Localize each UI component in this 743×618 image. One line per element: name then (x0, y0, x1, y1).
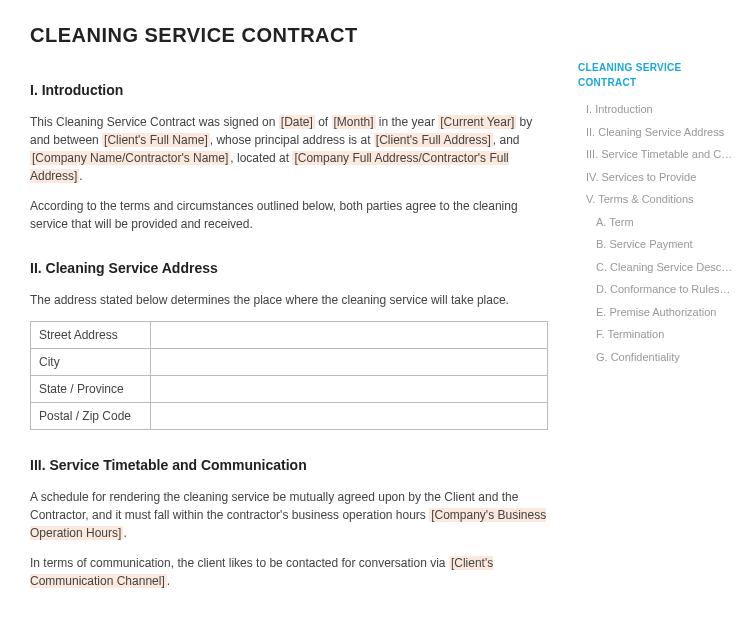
section-heading-intro: I. Introduction (30, 80, 548, 101)
table-cell-value[interactable] (151, 376, 548, 403)
toc-item[interactable]: IV. Services to Provide (578, 166, 733, 189)
toc-item[interactable]: G. Confidentiality (578, 346, 733, 369)
text: in the year (376, 115, 439, 129)
table-row: State / Province (31, 376, 548, 403)
placeholder-date[interactable]: [Date] (279, 115, 315, 129)
toc-sidebar: CLEANING SERVICE CONTRACT I. Introductio… (568, 0, 743, 618)
address-table: Street Address City State / Province Pos… (30, 321, 548, 430)
document-page: CLEANING SERVICE CONTRACT I. Introductio… (0, 0, 743, 618)
placeholder-client-address[interactable]: [Client's Full Address] (374, 133, 493, 147)
table-cell-value[interactable] (151, 403, 548, 430)
toc-item[interactable]: II. Cleaning Service Address (578, 121, 733, 144)
placeholder-client-name[interactable]: [Client's Full Name] (102, 133, 210, 147)
text: . (167, 574, 170, 588)
page-title: CLEANING SERVICE CONTRACT (30, 20, 548, 50)
section-heading-address: II. Cleaning Service Address (30, 258, 548, 279)
text: This Cleaning Service Contract was signe… (30, 115, 279, 129)
table-row: Postal / Zip Code (31, 403, 548, 430)
toc-item[interactable]: V. Terms & Conditions (578, 188, 733, 211)
table-cell-label: Postal / Zip Code (31, 403, 151, 430)
section-heading-timetable: III. Service Timetable and Communication (30, 455, 548, 476)
toc-item[interactable]: III. Service Timetable and Co... (578, 143, 733, 166)
table-row: City (31, 349, 548, 376)
intro-paragraph-2: According to the terms and circumstances… (30, 197, 548, 233)
table-cell-label: State / Province (31, 376, 151, 403)
toc-item[interactable]: C. Cleaning Service Descript... (578, 256, 733, 279)
toc-item[interactable]: E. Premise Authorization (578, 301, 733, 324)
text: , whose principal address is at (210, 133, 374, 147)
table-row: Street Address (31, 322, 548, 349)
text: In terms of communication, the client li… (30, 556, 449, 570)
toc-item[interactable]: A. Term (578, 211, 733, 234)
table-cell-label: City (31, 349, 151, 376)
text: . (123, 526, 126, 540)
toc-item[interactable]: F. Termination (578, 323, 733, 346)
placeholder-month[interactable]: [Month] (332, 115, 376, 129)
table-cell-label: Street Address (31, 322, 151, 349)
timetable-paragraph-1: A schedule for rendering the cleaning se… (30, 488, 548, 542)
toc-list: I. IntroductionII. Cleaning Service Addr… (578, 98, 733, 368)
toc-item[interactable]: B. Service Payment (578, 233, 733, 256)
timetable-paragraph-2: In terms of communication, the client li… (30, 554, 548, 590)
toc-title[interactable]: CLEANING SERVICE CONTRACT (578, 60, 733, 90)
text: of (315, 115, 332, 129)
text: , and (493, 133, 520, 147)
address-paragraph: The address stated below determines the … (30, 291, 548, 309)
table-cell-value[interactable] (151, 322, 548, 349)
intro-paragraph-1: This Cleaning Service Contract was signe… (30, 113, 548, 185)
toc-item[interactable]: I. Introduction (578, 98, 733, 121)
placeholder-year[interactable]: [Current Year] (438, 115, 516, 129)
table-cell-value[interactable] (151, 349, 548, 376)
text: . (79, 169, 82, 183)
placeholder-company-name[interactable]: [Company Name/Contractor's Name] (30, 151, 230, 165)
document-body: CLEANING SERVICE CONTRACT I. Introductio… (0, 0, 568, 618)
text: , located at (230, 151, 292, 165)
toc-item[interactable]: D. Conformance to Rules & ... (578, 278, 733, 301)
